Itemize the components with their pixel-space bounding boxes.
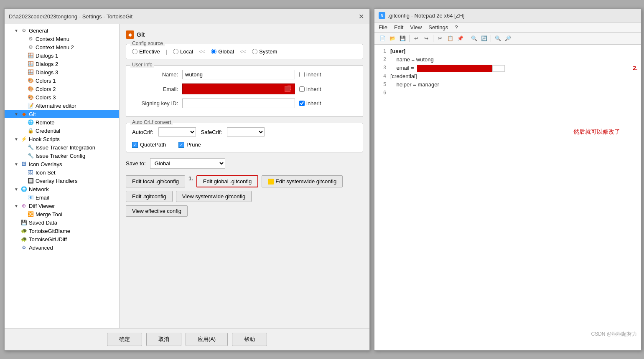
signing-inherit-check[interactable]: inherit [299, 100, 321, 106]
hook-icon: ⚡ [20, 136, 27, 142]
view-systemwide-button[interactable]: View systemwide gitconfig [176, 191, 252, 202]
quotepath-label: QuotePath [140, 142, 166, 148]
sidebar-item-tortoise-diff[interactable]: 🐢 TortoiseGitUDiff [5, 235, 119, 243]
save-to-select[interactable]: Effective Local Global System [150, 158, 225, 169]
toolbar-new[interactable]: 📄 [378, 34, 387, 43]
email-inherit-label: inherit [306, 86, 321, 92]
sidebar-item-email[interactable]: 📧 Email [5, 193, 119, 202]
sidebar-item-icon-overlays[interactable]: ▼ 🖼 Icon Overlays [5, 160, 119, 168]
sidebar-item-alt-editor[interactable]: 📝 Alternative editor [5, 101, 119, 110]
menu-view[interactable]: View [410, 24, 422, 30]
sidebar-item-dialogs-3[interactable]: 🪟 Dialogs 3 [5, 68, 119, 76]
sidebar-item-colors-2[interactable]: 🎨 Colors 2 [5, 85, 119, 93]
sidebar-item-general[interactable]: ▼ ⚙ General [5, 26, 119, 35]
sidebar-item-colors-3[interactable]: 🎨 Colors 3 [5, 93, 119, 101]
radio-effective[interactable]: Effective [132, 48, 160, 55]
radio-global[interactable]: Global [211, 48, 234, 55]
signing-inherit-checkbox[interactable] [299, 101, 305, 106]
sidebar-item-saved-data[interactable]: 💾 Saved Data [5, 218, 119, 227]
sidebar-item-context-menu[interactable]: ⚙ Context Menu [5, 35, 119, 43]
toolbar-find[interactable]: 🔍 [469, 34, 479, 43]
autocrlf-select[interactable]: true false input [158, 127, 196, 137]
apply-button[interactable]: 应用(A) [186, 333, 228, 346]
toolbar-copy[interactable]: 📋 [445, 34, 455, 43]
quotepath-checkbox[interactable]: ✓ [132, 142, 138, 148]
sidebar-item-overlay-handlers[interactable]: 🔲 Overlay Handlers [5, 177, 119, 185]
tortoise-diff-icon: 🐢 [20, 236, 27, 243]
line-text-2: name = wutong [390, 56, 638, 63]
edit-global-config-button[interactable]: Edit global .gitconfig [196, 175, 258, 187]
toolbar-save[interactable]: 💾 [398, 34, 407, 43]
sidebar-item-tortoise-blame[interactable]: 🐢 TortoiseGitBlame [5, 227, 119, 235]
arrow-spacer [20, 127, 26, 134]
edit-systemwide-button[interactable]: Edit systemwide gitconfig [262, 175, 343, 187]
sidebar-item-network[interactable]: ▼ 🌐 Network [5, 185, 119, 193]
arrow-spacer [20, 69, 26, 76]
menu-help[interactable]: ? [455, 24, 458, 30]
sidebar-item-merge-tool[interactable]: 🔀 Merge Tool [5, 210, 119, 218]
toolbar-zoom-in[interactable]: 🔍 [493, 34, 502, 43]
sidebar-item-colors-1[interactable]: 🎨 Colors 1 [5, 76, 119, 85]
toolbar-replace[interactable]: 🔄 [479, 34, 489, 43]
view-effective-button[interactable]: View effective config [126, 205, 188, 217]
line-text-3: email = [390, 65, 629, 72]
edit-tgitconfig-button[interactable]: Edit .tgitconfig [126, 191, 173, 202]
sidebar-item-dialogs-2[interactable]: 🪟 Dialogs 2 [5, 60, 119, 68]
cancel-button[interactable]: 取消 [146, 333, 181, 346]
email-inherit-check[interactable]: inherit [299, 86, 321, 92]
arrow-spacer [20, 44, 26, 51]
sidebar-item-diff-viewer[interactable]: ▼ ⊕ Diff Viewer [5, 202, 119, 210]
name-inherit-checkbox[interactable] [299, 72, 305, 77]
sidebar-item-issue-tracker-integration[interactable]: 🔧 Issue Tracker Integration [5, 143, 119, 152]
prune-item[interactable]: ✓ Prune [178, 142, 201, 148]
radio-effective-input[interactable] [132, 49, 137, 54]
sidebar-item-advanced[interactable]: ⚙ Advanced [5, 243, 119, 252]
menu-edit[interactable]: Edit [394, 24, 403, 30]
email-label: Email: [132, 86, 178, 92]
quotepath-item[interactable]: ✓ QuotePath [132, 142, 166, 148]
radio-global-input[interactable] [211, 49, 216, 54]
sidebar-item-git[interactable]: ▼ ◆ Git [5, 110, 119, 118]
sidebar-item-credential[interactable]: 🔒 Credential [5, 126, 119, 135]
sidebar-label-colors-3: Colors 3 [36, 94, 56, 101]
close-button[interactable]: ✕ [357, 12, 365, 20]
signing-key-input[interactable] [182, 99, 295, 108]
signing-key-row: Signing key ID: inherit [132, 99, 357, 108]
toolbar-undo[interactable]: ↩ [412, 34, 421, 43]
sidebar-item-icon-set[interactable]: 🖼 Icon Set [5, 168, 119, 177]
email-inherit-checkbox[interactable] [299, 86, 305, 92]
network-icon: 🌐 [20, 186, 27, 192]
sidebar-item-dialogs-1[interactable]: 🪟 Dialogs 1 [5, 51, 119, 60]
radio-system-input[interactable] [252, 49, 257, 54]
menu-settings[interactable]: Settings [428, 24, 448, 30]
sidebar-label-issue-tracker-config: Issue Tracker Config [36, 153, 85, 159]
step-label-1: 1. [188, 175, 193, 187]
prune-checkbox[interactable]: ✓ [178, 142, 184, 148]
arrow-icon: ▼ [13, 161, 20, 167]
sidebar-item-context-menu-2[interactable]: ⚙ Context Menu 2 [5, 43, 119, 51]
edit-local-config-button[interactable]: Edit local .git/config [126, 175, 185, 187]
menu-file[interactable]: File [379, 24, 387, 30]
window-title: D:\a2023code\2023tongtong - Settings - T… [9, 13, 132, 20]
toolbar-cut[interactable]: ✂ [435, 34, 445, 43]
signing-key-label: Signing key ID: [132, 100, 178, 106]
toolbar-redo[interactable]: ↪ [422, 34, 431, 43]
sidebar-item-remote[interactable]: 🌐 Remote [5, 118, 119, 126]
toolbar-open[interactable]: 📂 [388, 34, 397, 43]
radio-local[interactable]: Local [173, 48, 193, 55]
name-inherit-check[interactable]: inherit [299, 71, 321, 78]
radio-system[interactable]: System [252, 48, 277, 55]
save-to-label: Save to: [126, 160, 146, 167]
notepad-content[interactable]: 1 [user] 2 name = wutong 3 email = 2. 4 … [374, 45, 641, 350]
toolbar-paste[interactable]: 📌 [456, 34, 465, 43]
toolbar-zoom-out[interactable]: 🔎 [503, 34, 512, 43]
radio-local-input[interactable] [173, 49, 178, 54]
sidebar-item-hook-scripts[interactable]: ▼ ⚡ Hook Scripts [5, 135, 119, 143]
safecrlf-select[interactable]: true false warn [227, 127, 265, 137]
email-redacted-input[interactable] [182, 83, 295, 94]
notepad-menu: File Edit View Settings ? [374, 23, 641, 33]
name-input[interactable] [182, 70, 295, 79]
ok-button[interactable]: 确定 [107, 333, 142, 346]
sidebar-item-issue-tracker-config[interactable]: 🔧 Issue Tracker Config [5, 152, 119, 160]
help-button[interactable]: 帮助 [232, 333, 267, 346]
